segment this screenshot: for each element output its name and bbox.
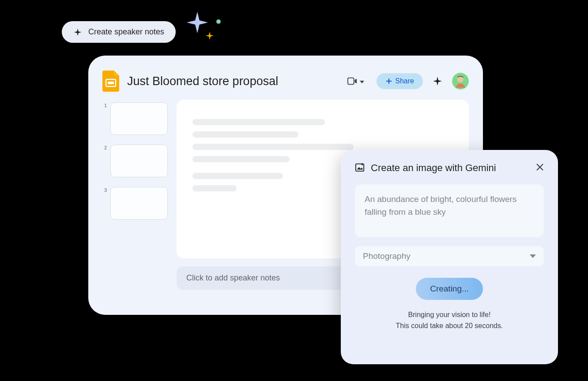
google-slides-icon — [102, 71, 119, 92]
svg-rect-2 — [348, 78, 354, 85]
document-title[interactable]: Just Bloomed store proposal — [127, 75, 278, 88]
share-button[interactable]: Share — [377, 73, 423, 89]
placeholder-line — [192, 144, 354, 150]
sparkle-small-icon — [205, 31, 215, 42]
sparkle-icon — [73, 28, 82, 37]
slide-thumbnail[interactable] — [110, 102, 168, 135]
image-prompt-input[interactable]: An abundance of bright, colourful flower… — [355, 184, 544, 237]
gemini-sparkle-button[interactable] — [431, 75, 444, 88]
chip-label: Create speaker notes — [88, 27, 164, 37]
user-avatar[interactable] — [452, 73, 469, 90]
slide-thumbnail-column: 1 2 3 — [102, 100, 168, 220]
svg-point-4 — [457, 76, 464, 82]
thumb-number: 3 — [102, 187, 107, 193]
decorative-sparkles — [185, 6, 237, 59]
slides-header: Just Bloomed store proposal Share — [102, 71, 469, 92]
create-speaker-notes-chip[interactable]: Create speaker notes — [62, 21, 176, 43]
panel-title: Create an image with Gemini — [371, 162, 530, 174]
thumb-number: 1 — [102, 102, 107, 108]
status-line: This could take about 20 seconds. — [355, 321, 544, 332]
style-value: Photography — [363, 251, 411, 261]
svg-rect-1 — [108, 82, 114, 84]
thumb-number: 2 — [102, 145, 107, 150]
close-button[interactable] — [536, 163, 544, 173]
share-label: Share — [395, 77, 414, 85]
status-text: Bringing your vision to life! This could… — [355, 310, 544, 332]
sparkle-large-icon — [185, 10, 210, 37]
slide-thumbnail[interactable] — [110, 145, 168, 177]
present-video-button[interactable] — [343, 75, 369, 88]
gemini-image-panel: Create an image with Gemini An abundance… — [341, 150, 558, 364]
placeholder-line — [192, 156, 290, 162]
creating-button[interactable]: Creating... — [416, 278, 483, 300]
green-dot-icon — [216, 19, 221, 24]
placeholder-line — [192, 173, 283, 179]
status-line: Bringing your vision to life! — [355, 310, 544, 321]
svg-rect-5 — [356, 164, 364, 172]
chevron-down-icon — [360, 77, 364, 85]
placeholder-line — [192, 185, 237, 191]
image-sparkle-icon — [355, 162, 365, 174]
slide-thumbnail[interactable] — [110, 187, 168, 220]
placeholder-line — [192, 119, 325, 125]
style-select[interactable]: Photography — [355, 246, 544, 266]
chevron-down-icon — [530, 254, 536, 258]
placeholder-line — [192, 131, 298, 138]
